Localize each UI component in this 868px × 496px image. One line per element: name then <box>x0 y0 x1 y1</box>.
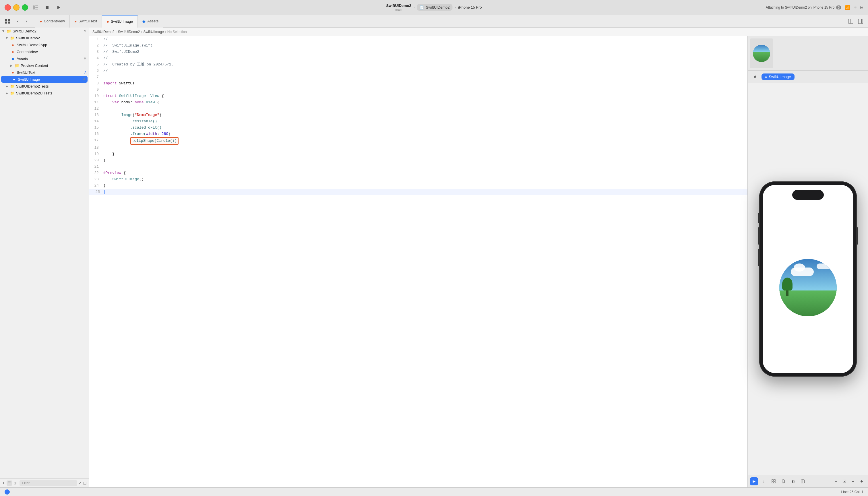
phone-frame <box>759 182 857 376</box>
pin-button[interactable] <box>751 73 759 81</box>
sidebar-item-root[interactable]: ▶ 📁 SwiftUIDemo2 M <box>0 28 89 34</box>
sidebar-item-swiftui-image[interactable]: ● SwiftUIImage A <box>1 76 88 83</box>
network-icon[interactable]: 📶 <box>845 4 851 10</box>
sidebar-item-swiftui-text[interactable]: ● SwiftUIText A <box>0 69 89 76</box>
sidebar-item-tests[interactable]: ▶ 📁 SwiftUIDemo2Tests <box>0 83 89 90</box>
add-button[interactable]: + <box>853 4 857 11</box>
code-line: 11 var body: some View { <box>89 99 747 106</box>
line-number: 6 <box>89 68 103 74</box>
sidebar-item-label: ContentView <box>17 50 87 54</box>
filter-grid-view[interactable]: ⊞ <box>13 480 18 486</box>
maximize-button[interactable] <box>22 4 28 11</box>
sidebar-toggle-button[interactable] <box>32 4 40 11</box>
sidebar-item-assets[interactable]: ◆ Assets M <box>0 55 89 62</box>
bc-file[interactable]: SwiftUIImage <box>143 30 164 34</box>
line-content[interactable]: // SwiftUIDemo2 <box>103 49 747 55</box>
swift-icon: ● <box>74 19 77 24</box>
filter-sort-button[interactable]: ⤢ <box>79 481 81 485</box>
swift-file-icon: ● <box>10 50 16 54</box>
back-button[interactable]: ‹ <box>14 17 22 25</box>
inspector-button[interactable] <box>856 17 865 25</box>
line-content[interactable]: import SwiftUI <box>103 80 747 87</box>
editor-preview-split: 1 // 2 // SwiftUIImage.swift 3 // SwiftU… <box>89 36 868 487</box>
toolbar-left: ‹ › <box>3 17 30 25</box>
line-content[interactable]: // Created by 王维 on 2024/5/1. <box>103 61 747 68</box>
bc-sep2: › <box>141 30 142 34</box>
zoom-in-button[interactable]: + <box>849 477 857 485</box>
zoom-out-button[interactable]: − <box>832 477 840 485</box>
disclosure-arrow: ▶ <box>2 30 5 32</box>
stop-button[interactable] <box>43 3 51 12</box>
line-content[interactable]: // <box>103 36 747 43</box>
preview-download-button[interactable]: ↓ <box>760 477 768 485</box>
line-content[interactable]: struct SwiftUIImage: View { <box>103 93 747 99</box>
line-content[interactable]: // SwiftUIImage.swift <box>103 43 747 49</box>
line-number: 23 <box>89 176 103 183</box>
title-bar-center: SwiftUIDemo2 main › 📄 SwiftUIDemo2 › iPh… <box>386 3 482 11</box>
sidebar-item-group[interactable]: ▶ 📁 SwiftUIDemo2 <box>0 34 89 41</box>
zoom-fit-button[interactable] <box>840 477 849 485</box>
filter-options-button[interactable]: ◫ <box>83 481 87 485</box>
tab-swiftui-image-label: SwiftUIImage <box>111 19 133 24</box>
preview-play-button[interactable]: ▶ <box>750 477 758 485</box>
device-label: iPhone 15 Pro <box>458 5 482 10</box>
line-number: 8 <box>89 80 103 87</box>
split-view-button[interactable]: ⊟ <box>860 4 864 10</box>
cursor-position: Line: 25 Col: 1 <box>841 490 864 494</box>
svg-rect-3 <box>35 9 38 10</box>
sidebar-item-preview-content[interactable]: ▶ 📁 Preview Content <box>0 62 89 69</box>
line-content[interactable]: // <box>103 68 747 74</box>
line-content[interactable]: SwiftUIImage() <box>103 176 747 183</box>
line-content[interactable]: var body: some View { <box>103 99 747 106</box>
bc-group[interactable]: SwiftUIDemo2 <box>118 30 140 34</box>
svg-rect-4 <box>46 6 48 9</box>
forward-button[interactable]: › <box>22 17 30 25</box>
line-content[interactable]: #Preview { <box>103 170 747 176</box>
line-content[interactable]: .frame(width: 280) <box>103 131 747 137</box>
line-content[interactable]: // <box>103 55 747 61</box>
filter-list-view[interactable]: ☰ <box>6 480 12 486</box>
filter-input[interactable] <box>19 480 77 486</box>
tab-swiftui-text[interactable]: ● SwiftUIText <box>70 15 102 28</box>
line-content[interactable]: Image("DemoImage") <box>103 112 747 118</box>
preview-color-button[interactable] <box>799 477 807 485</box>
code-line: 6 // <box>89 68 747 74</box>
sidebar-item-label: Preview Content <box>21 63 87 68</box>
swift-file-icon: ● <box>10 70 16 75</box>
add-file-button[interactable]: + <box>2 480 5 486</box>
sidebar-item-app[interactable]: ● SwiftUIDemo2App <box>0 41 89 48</box>
editor-layout-button[interactable] <box>847 17 855 25</box>
code-line: 13 Image("DemoImage") <box>89 112 747 118</box>
line-content[interactable] <box>105 189 747 195</box>
sidebar-item-content-view[interactable]: ● ContentView <box>0 48 89 55</box>
minimize-button[interactable] <box>13 4 19 11</box>
sidebar-item-ui-tests[interactable]: ▶ 📁 SwiftUIDemo2UITests <box>0 90 89 96</box>
zoom-in-more-button[interactable]: + <box>858 477 866 485</box>
run-button[interactable] <box>55 3 63 12</box>
line-content[interactable]: .clipShape(Circle()) <box>103 137 747 145</box>
cloud-2 <box>817 264 831 269</box>
preview-dark-mode-button[interactable]: ◐ <box>789 477 797 485</box>
svg-rect-9 <box>8 21 10 24</box>
sidebar-item-label: SwiftUIText <box>17 70 83 75</box>
tab-content-view[interactable]: ● ContentView <box>35 15 70 28</box>
tab-assets[interactable]: ◆ Assets <box>138 15 163 28</box>
code-lines[interactable]: 1 // 2 // SwiftUIImage.swift 3 // SwiftU… <box>89 36 747 487</box>
tab-swiftui-image[interactable]: ● SwiftUIImage <box>102 15 138 28</box>
preview-file-label: SwiftUIImage <box>769 75 791 79</box>
grid-view-button[interactable] <box>3 17 12 25</box>
breadcrumb-tab[interactable]: 📄 SwiftUIDemo2 <box>417 4 452 11</box>
bc-root[interactable]: SwiftUIDemo2 <box>92 30 114 34</box>
line-content[interactable]: } <box>103 151 747 157</box>
preview-file-badge[interactable]: ● SwiftUIImage <box>761 74 794 80</box>
title-bar-actions: 📶 + ⊟ <box>845 4 864 11</box>
line-number: 14 <box>89 118 103 125</box>
close-button[interactable] <box>4 4 11 11</box>
line-content[interactable]: .resizable() <box>103 118 747 125</box>
line-content[interactable]: } <box>103 183 747 189</box>
thumb-image <box>753 45 770 62</box>
preview-inspect-button[interactable] <box>770 477 778 485</box>
preview-device-button[interactable] <box>779 477 787 485</box>
line-content[interactable]: } <box>103 157 747 164</box>
line-content[interactable]: .scaledToFit() <box>103 125 747 131</box>
